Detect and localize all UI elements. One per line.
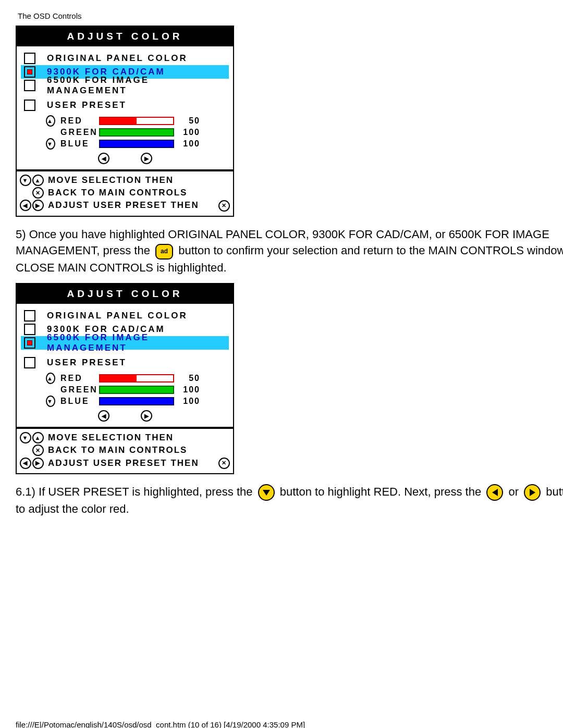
option-label: 6500K FOR IMAGE MANAGEMENT xyxy=(47,332,229,353)
left-arrow-icon[interactable]: ◀ xyxy=(98,153,109,164)
left-icon: ◀ xyxy=(20,458,31,469)
osd-title: ADJUST COLOR xyxy=(17,27,233,46)
hint-text: MOVE SELECTION THEN xyxy=(48,433,230,443)
green-bar xyxy=(99,128,174,137)
up-icon: ▲ xyxy=(32,432,44,443)
option-label: ORIGINAL PANEL COLOR xyxy=(47,311,188,321)
page-header: The OSD Controls xyxy=(18,11,563,20)
red-value: 50 xyxy=(177,374,200,383)
osd-panel-1: ADJUST COLOR ORIGINAL PANEL COLOR 9300K … xyxy=(16,26,234,217)
ok-icon: ✕ xyxy=(32,187,44,199)
hint-text: MOVE SELECTION THEN xyxy=(48,175,230,186)
hint-adjust: ◀▶ ADJUST USER PRESET THEN ✕ xyxy=(20,457,230,469)
green-value: 100 xyxy=(177,128,200,137)
right-arrow-icon[interactable]: ▶ xyxy=(141,153,152,164)
left-icon: ◀ xyxy=(20,200,31,211)
hint-move: ▼▲ MOVE SELECTION THEN xyxy=(20,175,230,186)
up-icon: ▲ xyxy=(32,175,44,186)
down-icon: ▼ xyxy=(46,138,55,150)
checkbox-icon xyxy=(24,337,35,349)
preset-blue-row: ▼ BLUE 100 xyxy=(21,138,229,150)
hint-adjust: ◀▶ ADJUST USER PRESET THEN ✕ xyxy=(20,200,230,212)
preset-blue-row: ▼ BLUE 100 xyxy=(21,396,229,407)
color-label: RED xyxy=(60,374,99,383)
option-user-preset[interactable]: USER PRESET xyxy=(21,356,229,369)
ok-icon: ✕ xyxy=(218,458,230,469)
color-label: BLUE xyxy=(60,139,99,149)
checkbox-icon xyxy=(24,100,35,111)
color-label: RED xyxy=(60,116,99,126)
right-button-icon xyxy=(524,484,541,501)
hint-text: ADJUST USER PRESET THEN xyxy=(48,458,215,468)
instruction-5: 5) Once you have highlighted ORIGINAL PA… xyxy=(16,226,563,276)
checkbox-icon xyxy=(24,53,35,64)
text: button to highlight RED. Next, press the xyxy=(280,485,481,498)
text: or xyxy=(508,485,519,498)
up-icon: ▲ xyxy=(46,115,55,127)
green-value: 100 xyxy=(177,385,200,394)
down-icon: ▼ xyxy=(46,396,55,407)
blue-value: 100 xyxy=(177,397,200,406)
option-label: USER PRESET xyxy=(47,100,127,110)
blue-value: 100 xyxy=(177,139,200,149)
checkbox-icon xyxy=(24,66,35,78)
up-icon: ▲ xyxy=(46,373,55,384)
option-label: 6500K FOR IMAGE MANAGEMENT xyxy=(47,75,229,96)
option-label: USER PRESET xyxy=(47,357,127,368)
checkbox-icon xyxy=(24,324,35,335)
red-bar xyxy=(99,374,174,382)
red-value: 50 xyxy=(177,116,200,126)
color-label: BLUE xyxy=(60,397,99,406)
ok-icon: ✕ xyxy=(218,200,230,212)
option-6500k[interactable]: 6500K FOR IMAGE MANAGEMENT xyxy=(21,79,229,92)
text: 6.1) If USER PRESET is highlighted, pres… xyxy=(16,485,252,498)
right-icon: ▶ xyxy=(32,200,44,211)
left-button-icon xyxy=(486,484,503,501)
right-icon: ▶ xyxy=(32,458,44,469)
hint-text: BACK TO MAIN CONTROLS xyxy=(48,445,230,455)
hint-move: ▼▲ MOVE SELECTION THEN xyxy=(20,432,230,443)
option-original[interactable]: ORIGINAL PANEL COLOR xyxy=(21,52,229,65)
option-original[interactable]: ORIGINAL PANEL COLOR xyxy=(21,309,229,323)
option-6500k[interactable]: 6500K FOR IMAGE MANAGEMENT xyxy=(21,336,229,350)
checkbox-icon xyxy=(24,357,35,368)
blue-bar xyxy=(99,397,174,405)
option-user-preset[interactable]: USER PRESET xyxy=(21,98,229,112)
down-button-icon xyxy=(258,484,275,501)
preset-red-row: ▲ RED 50 xyxy=(21,373,229,384)
left-arrow-icon[interactable]: ◀ xyxy=(98,410,109,422)
nav-arrows: ◀ ▶ xyxy=(21,153,229,164)
down-icon: ▼ xyxy=(20,175,31,186)
hint-text: ADJUST USER PRESET THEN xyxy=(48,200,215,211)
option-label: ORIGINAL PANEL COLOR xyxy=(47,53,188,64)
checkbox-icon xyxy=(24,80,35,91)
blue-bar xyxy=(99,140,174,148)
ok-button-icon: ad xyxy=(155,244,173,260)
preset-red-row: ▲ RED 50 xyxy=(21,115,229,127)
color-label: GREEN xyxy=(60,128,99,137)
hint-back: ✕ BACK TO MAIN CONTROLS xyxy=(20,187,230,199)
hint-back: ✕ BACK TO MAIN CONTROLS xyxy=(20,445,230,456)
instruction-6-1: 6.1) If USER PRESET is highlighted, pres… xyxy=(16,484,563,517)
checkbox-icon xyxy=(24,310,35,322)
nav-arrows: ◀ ▶ xyxy=(21,410,229,422)
file-path-footer: file:///E|/Potomac/english/140S/osd/osd_… xyxy=(16,720,305,728)
osd-title: ADJUST COLOR xyxy=(17,284,233,304)
color-label: GREEN xyxy=(60,385,99,394)
hint-text: BACK TO MAIN CONTROLS xyxy=(48,188,230,198)
down-icon: ▼ xyxy=(20,432,31,443)
green-bar xyxy=(99,386,174,394)
osd-panel-2: ADJUST COLOR ORIGINAL PANEL COLOR 9300K … xyxy=(16,283,234,474)
right-arrow-icon[interactable]: ▶ xyxy=(141,410,152,422)
preset-green-row: GREEN 100 xyxy=(21,384,229,396)
red-bar xyxy=(99,117,174,125)
preset-green-row: GREEN 100 xyxy=(21,127,229,138)
ok-label: ad xyxy=(161,247,168,256)
ok-icon: ✕ xyxy=(32,445,44,456)
